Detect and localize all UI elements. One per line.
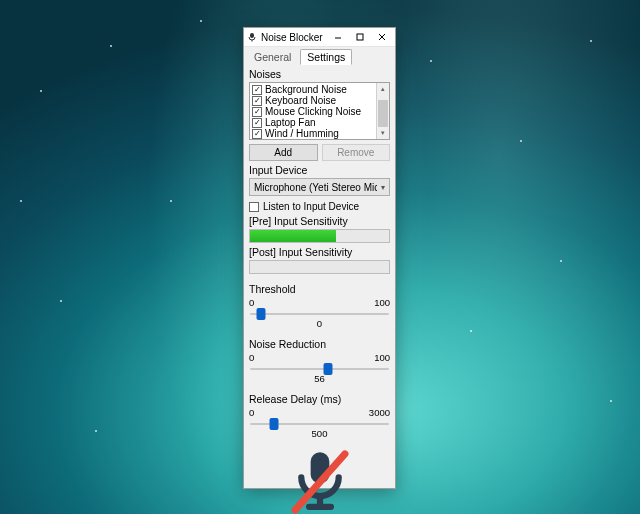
list-item[interactable]: Mouse Clicking Noise [252,106,374,117]
input-device-label: Input Device [249,164,390,176]
input-device-dropdown[interactable]: Microphone (Yeti Stereo Microph ▾ [249,178,390,196]
tab-settings[interactable]: Settings [300,49,352,65]
close-button[interactable] [371,28,393,46]
noise-reduction-value: 56 [249,373,390,384]
checkbox-icon[interactable] [252,85,262,95]
checkbox-icon[interactable] [252,107,262,117]
list-item[interactable]: Laptop Fan [252,117,374,128]
pre-sensitivity-label: [Pre] Input Sensitivity [249,215,390,227]
post-sensitivity-meter [249,260,390,274]
threshold-value: 0 [249,318,390,329]
threshold-label: Threshold [249,283,390,295]
noises-label: Noises [249,68,390,80]
slider-thumb[interactable] [257,308,266,320]
list-item-label: Mouse Clicking Noise [265,106,361,117]
checkbox-icon[interactable] [252,118,262,128]
svg-rect-7 [316,494,322,505]
checkbox-icon[interactable] [252,129,262,139]
slider-thumb[interactable] [323,363,332,375]
release-delay-section: Release Delay (ms) 0 3000 500 [244,390,395,439]
slider-min: 0 [249,297,254,308]
pre-sensitivity-section: [Pre] Input Sensitivity [244,212,395,243]
scroll-up-icon[interactable]: ▴ [377,83,389,95]
threshold-slider[interactable] [250,313,389,315]
noises-section: Noises Background Noise Keyboard Noise M… [244,65,395,161]
slider-max: 100 [374,297,390,308]
release-delay-label: Release Delay (ms) [249,393,390,405]
chevron-down-icon: ▾ [381,183,385,192]
noises-list[interactable]: Background Noise Keyboard Noise Mouse Cl… [249,82,390,140]
checkbox-icon[interactable] [252,96,262,106]
app-window: Noise Blocker General Settings Noises Ba… [243,27,396,489]
window-title: Noise Blocker [261,32,327,43]
mic-muted-icon[interactable] [244,439,395,514]
slider-min: 0 [249,352,254,363]
listen-label: Listen to Input Device [263,201,359,212]
post-sensitivity-section: [Post] Input Sensitivity [244,243,395,274]
checkbox-icon[interactable] [249,202,259,212]
dropdown-value: Microphone (Yeti Stereo Microph [254,182,377,193]
list-item-label: Wind / Humming [265,128,339,139]
add-button[interactable]: Add [249,144,318,161]
list-item-label: Background Noise [265,84,347,95]
tab-bar: General Settings [244,47,395,65]
titlebar[interactable]: Noise Blocker [244,28,395,47]
minimize-button[interactable] [327,28,349,46]
slider-min: 0 [249,407,254,418]
list-item-label: Keyboard Noise [265,95,336,106]
noise-reduction-label: Noise Reduction [249,338,390,350]
release-delay-slider[interactable] [250,423,389,425]
noise-reduction-section: Noise Reduction 0 100 56 [244,335,395,384]
app-icon [246,31,258,43]
list-item[interactable]: Background Noise [252,84,374,95]
pre-sensitivity-meter [249,229,390,243]
maximize-button[interactable] [349,28,371,46]
listen-checkbox-row[interactable]: Listen to Input Device [249,201,390,212]
scrollbar[interactable]: ▴ ▾ [376,83,389,139]
remove-button: Remove [322,144,391,161]
list-item[interactable]: Keyboard Noise [252,95,374,106]
svg-rect-8 [305,504,333,510]
threshold-section: Threshold 0 100 0 [244,280,395,329]
slider-max: 100 [374,352,390,363]
input-device-section: Input Device Microphone (Yeti Stereo Mic… [244,161,395,212]
slider-max: 3000 [369,407,390,418]
svg-rect-0 [250,33,254,38]
slider-thumb[interactable] [269,418,278,430]
tab-general[interactable]: General [247,49,298,65]
noise-reduction-slider[interactable] [250,368,389,370]
list-item-label: Laptop Fan [265,117,316,128]
scroll-down-icon[interactable]: ▾ [377,127,389,139]
svg-rect-3 [357,34,363,40]
list-item[interactable]: Wind / Humming [252,128,374,139]
post-sensitivity-label: [Post] Input Sensitivity [249,246,390,258]
